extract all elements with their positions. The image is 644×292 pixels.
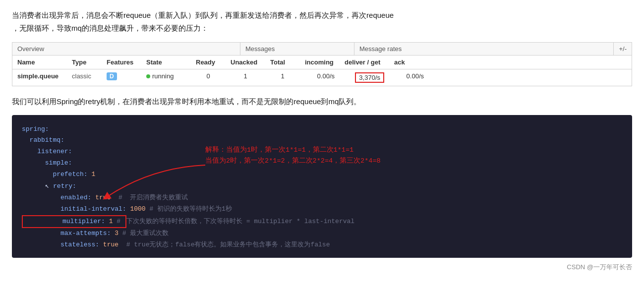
code-line-9: multiplier: 1 # 下次失败的等待时长倍数，下次等待时长 = mul… bbox=[22, 215, 622, 229]
table-section-headers: Overview Messages Message rates +/- bbox=[12, 43, 632, 56]
code-line-11: stateless: true # true无状态；false有状态。如果业务中… bbox=[22, 239, 622, 251]
cell-incoming: 0.00/s bbox=[300, 69, 340, 86]
deliver-value-highlight: 3,370/s bbox=[355, 72, 384, 83]
col-header-incoming[interactable]: incoming bbox=[300, 56, 340, 69]
col-header-ready[interactable]: Ready bbox=[191, 56, 226, 69]
code-line-6: ↖ retry: bbox=[22, 180, 622, 192]
intro-line1: 当消费者出现异常后，消息会不断requeue（重新入队）到队列，再重新发送给消费… bbox=[12, 11, 394, 19]
col-header-deliver[interactable]: deliver / get bbox=[340, 56, 389, 69]
col-header-name[interactable]: Name bbox=[12, 56, 67, 69]
table-column-headers: Name Type Features State Ready Unacked T… bbox=[12, 56, 632, 69]
multiplier-highlight: multiplier: 1 # bbox=[22, 215, 126, 229]
col-header-total[interactable]: Total bbox=[265, 56, 300, 69]
cell-ack: 0.00/s bbox=[389, 69, 429, 86]
state-dot-icon bbox=[146, 74, 150, 78]
code-line-8: initial-interval: 1000 # 初识的失败等待时长为1秒 bbox=[22, 204, 622, 215]
col-header-features[interactable]: Features bbox=[102, 56, 141, 69]
code-block: 解释：当值为1时，第一次1*1=1，第二次1*1=1 当值为2时，第一次2*1=… bbox=[12, 115, 632, 258]
section-msgrates: Message rates bbox=[354, 43, 613, 55]
col-header-ack[interactable]: ack bbox=[389, 56, 429, 69]
cursor-icon: ↖ bbox=[45, 180, 49, 192]
feature-badge: D bbox=[107, 72, 117, 80]
section-messages: Messages bbox=[240, 43, 354, 55]
mid-paragraph: 我们可以利用Spring的retry机制，在消费者出现异常时利用本地重试，而不是… bbox=[12, 95, 632, 108]
code-line-3: listener: bbox=[22, 146, 622, 158]
plusminus-button[interactable]: +/- bbox=[613, 43, 632, 55]
col-header-state[interactable]: State bbox=[141, 56, 191, 69]
table-row: simple.queue classic D running 0 1 1 0.0… bbox=[12, 69, 632, 86]
cell-total: 1 bbox=[265, 69, 300, 86]
cell-queue-features: D bbox=[102, 69, 141, 86]
cell-queue-name[interactable]: simple.queue bbox=[12, 69, 67, 86]
code-line-4: simple: bbox=[22, 158, 622, 169]
cell-queue-state: running bbox=[141, 69, 191, 86]
cell-queue-type: classic bbox=[67, 69, 102, 86]
cell-ready: 0 bbox=[191, 69, 226, 86]
footer-watermark: CSDN @一万年可长否 bbox=[12, 263, 632, 272]
cell-unacked: 1 bbox=[226, 69, 265, 86]
section-overview: Overview bbox=[12, 43, 240, 55]
code-line-10: max-attempts: 3 # 最大重试次数 bbox=[22, 228, 622, 239]
code-line-7: enabled: true # 开启消费者失败重试 bbox=[22, 192, 622, 204]
state-running: running bbox=[146, 72, 186, 80]
code-line-1: spring: bbox=[22, 124, 622, 135]
queue-table: Overview Messages Message rates +/- Name… bbox=[12, 42, 632, 86]
code-line-5: prefetch: 1 bbox=[22, 169, 622, 180]
col-header-unacked[interactable]: Unacked bbox=[226, 56, 265, 69]
intro-line2: ，无限循环，导致mq的消息处理飙升，带来不必要的压力： bbox=[12, 24, 208, 32]
cell-deliver: 3,370/s bbox=[340, 69, 389, 86]
col-header-type[interactable]: Type bbox=[67, 56, 102, 69]
code-line-2: rabbitmq: bbox=[22, 135, 622, 146]
intro-paragraph: 当消费者出现异常后，消息会不断requeue（重新入队）到队列，再重新发送给消费… bbox=[12, 9, 632, 34]
